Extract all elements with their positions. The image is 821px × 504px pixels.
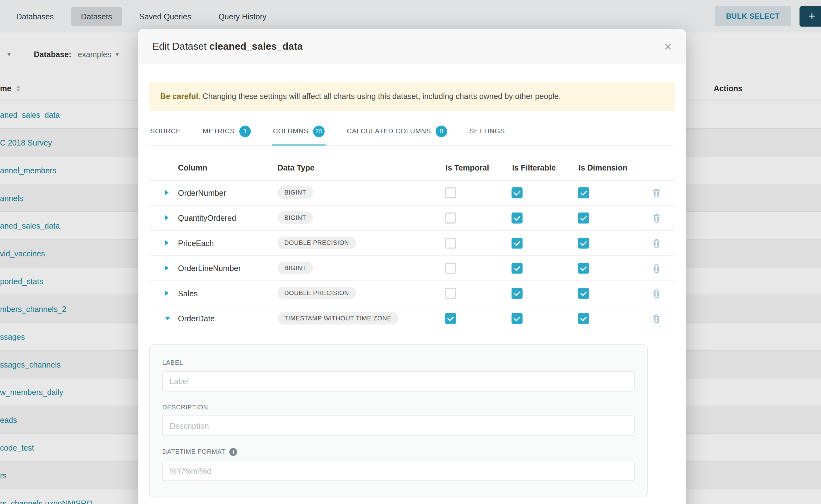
data-type-pill: DOUBLE PRECISION	[277, 237, 356, 249]
is-filterable-checkbox[interactable]	[512, 263, 522, 274]
expand-caret-icon[interactable]	[165, 215, 169, 220]
column-row: QuantityOrdered BIGINT	[149, 205, 675, 230]
modal-title-prefix: Edit Dataset	[152, 41, 206, 52]
tab-settings[interactable]: SETTINGS	[468, 122, 506, 146]
modal-tabs: SOURCE METRICS 1 COLUMNS 25 CALCULATED C…	[149, 122, 675, 146]
tab-source[interactable]: SOURCE	[149, 122, 182, 146]
description-field-label-text: DESCRIPTION	[162, 403, 208, 411]
datetime-format-label-text: DATETIME FORMAT	[162, 448, 225, 455]
tab-label: CALCULATED COLUMNS	[347, 127, 431, 135]
delete-column-icon[interactable]	[652, 213, 661, 223]
delete-column-icon[interactable]	[652, 288, 661, 298]
is-dimension-checkbox[interactable]	[578, 263, 589, 274]
tab-calculated-columns[interactable]: CALCULATED COLUMNS 0	[346, 122, 448, 146]
column-name: PriceEach	[178, 239, 277, 247]
count-badge: 25	[313, 126, 325, 137]
label-input[interactable]	[162, 371, 635, 391]
columns-table-header: Column Data Type Is Temporal Is Filterab…	[149, 156, 675, 180]
is-filterable-checkbox[interactable]	[512, 187, 522, 198]
modal-title: Edit Dataset cleaned_sales_data	[152, 41, 303, 52]
tab-metrics[interactable]: METRICS 1	[201, 122, 252, 146]
tab-columns[interactable]: COLUMNS 25	[272, 122, 326, 146]
is-temporal-checkbox[interactable]	[445, 187, 456, 198]
collapse-caret-icon[interactable]	[165, 317, 170, 320]
is-filterable-checkbox[interactable]	[512, 313, 522, 324]
modal-header: Edit Dataset cleaned_sales_data ×	[138, 29, 686, 64]
tab-label: SETTINGS	[469, 127, 505, 135]
column-row: Sales DOUBLE PRECISION	[149, 281, 675, 306]
label-field-label: LABEL	[162, 359, 635, 366]
data-type-pill: BIGINT	[277, 186, 313, 199]
delete-column-icon[interactable]	[652, 263, 661, 273]
description-input[interactable]	[162, 415, 635, 436]
modal-title-dataset-name: cleaned_sales_data	[209, 41, 303, 52]
datetime-format-field-label: DATETIME FORMAT i	[162, 448, 635, 456]
tab-label: METRICS	[203, 127, 235, 135]
data-type-header: Data Type	[277, 163, 417, 172]
column-row: OrderDate TIMESTAMP WITHOUT TIME ZONE	[149, 306, 675, 331]
is-temporal-checkbox[interactable]	[445, 313, 456, 324]
datetime-format-input[interactable]	[162, 460, 635, 481]
is-dimension-checkbox[interactable]	[578, 212, 589, 223]
data-type-pill: BIGINT	[277, 212, 313, 224]
modal-body: Be careful. Changing these settings will…	[138, 64, 686, 504]
is-filterable-checkbox[interactable]	[512, 288, 522, 299]
is-temporal-checkbox[interactable]	[445, 237, 456, 248]
warning-text: Changing these settings will affect all …	[202, 91, 561, 100]
is-temporal-checkbox[interactable]	[445, 288, 456, 299]
is-filterable-checkbox[interactable]	[512, 212, 522, 223]
app-root: Databases Datasets Saved Queries Query H…	[0, 0, 821, 504]
info-icon[interactable]: i	[230, 448, 237, 456]
expand-caret-icon[interactable]	[165, 240, 169, 246]
close-icon[interactable]: ×	[664, 40, 672, 53]
delete-column-icon[interactable]	[652, 188, 661, 198]
column-row: PriceEach DOUBLE PRECISION	[149, 231, 675, 256]
data-type-pill: DOUBLE PRECISION	[277, 287, 356, 299]
description-field-label: DESCRIPTION	[162, 403, 635, 411]
expand-caret-icon[interactable]	[165, 291, 169, 296]
is-dimension-checkbox[interactable]	[578, 313, 589, 324]
warning-bold-text: Be careful.	[160, 91, 200, 100]
column-name: OrderNumber	[178, 188, 277, 197]
is-filterable-header: Is Filterable	[484, 163, 551, 172]
delete-column-icon[interactable]	[652, 238, 661, 248]
is-dimension-checkbox[interactable]	[578, 237, 589, 248]
edit-dataset-modal: Edit Dataset cleaned_sales_data × Be car…	[138, 29, 686, 504]
column-name: QuantityOrdered	[178, 213, 277, 222]
tab-label: COLUMNS	[273, 127, 309, 135]
is-dimension-checkbox[interactable]	[578, 288, 589, 299]
expand-caret-icon[interactable]	[165, 190, 169, 195]
count-badge: 1	[240, 126, 251, 137]
is-temporal-checkbox[interactable]	[445, 212, 456, 223]
column-name: Sales	[178, 289, 277, 298]
data-type-pill: BIGINT	[277, 262, 313, 274]
column-name: OrderDate	[178, 314, 277, 323]
tab-label: SOURCE	[150, 127, 180, 135]
expand-caret-icon[interactable]	[165, 265, 169, 271]
label-field-label-text: LABEL	[162, 359, 183, 366]
warning-banner: Be careful. Changing these settings will…	[149, 82, 675, 111]
is-temporal-header: Is Temporal	[418, 163, 484, 172]
delete-column-icon[interactable]	[652, 314, 661, 324]
is-filterable-checkbox[interactable]	[512, 237, 522, 248]
is-temporal-checkbox[interactable]	[445, 263, 456, 274]
column-detail-panel: LABEL DESCRIPTION DATETIME FORMAT i	[149, 344, 648, 497]
data-type-pill: TIMESTAMP WITHOUT TIME ZONE	[277, 312, 398, 324]
column-header: Column	[178, 163, 277, 172]
column-name: OrderLineNumber	[178, 264, 277, 272]
is-dimension-checkbox[interactable]	[578, 187, 589, 198]
count-badge: 0	[436, 126, 448, 137]
column-row: OrderNumber BIGINT	[149, 180, 675, 205]
column-row: OrderLineNumber BIGINT	[149, 256, 675, 281]
is-dimension-header: Is Dimension	[550, 163, 617, 172]
